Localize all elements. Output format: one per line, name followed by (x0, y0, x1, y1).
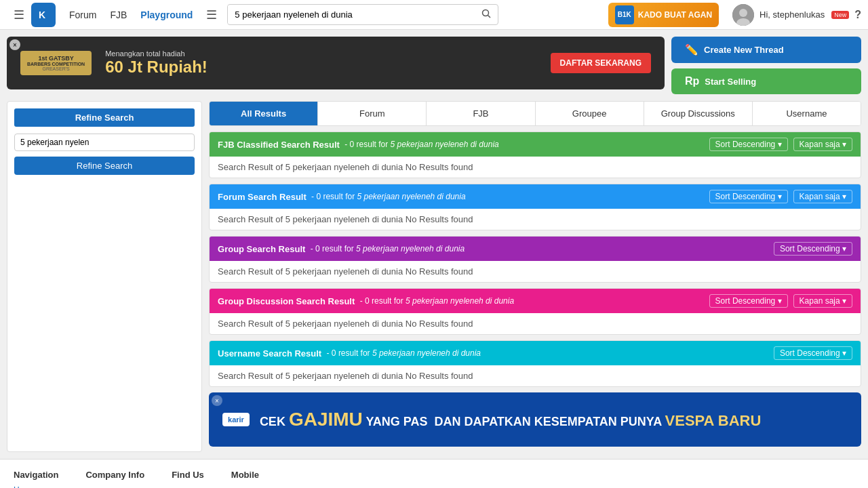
group-discussion-sort-area: Sort Descending ▾ Kapan saja ▾ (709, 294, 852, 308)
fjb-sort-dropdown[interactable]: Sort Descending ▾ (709, 138, 788, 151)
fjb-result-count: - 0 result for (342, 140, 391, 149)
karir-logo: karir (222, 413, 250, 426)
karir-ad-content: karir CEK GAJIMU YANG PAS DAN DAPATKAN K… (222, 409, 848, 430)
page-footer: Navigation Home Forum Jual B Company Inf… (0, 459, 868, 488)
fjb-result-body: Search Result of 5 pekerjaan nyeleneh di… (210, 157, 861, 178)
user-area: Hi, stephenlukas New ? (732, 4, 861, 26)
nav-more-button[interactable]: ☰ (206, 7, 217, 22)
banner-area: × 1st GATSBY BARBERS COMPETITION GREASER… (0, 30, 868, 98)
svg-text:K: K (39, 9, 45, 20)
username-result-body: Search Result of 5 pekerjaan nyeleneh di… (210, 365, 861, 386)
forum-sort-area: Sort Descending ▾ Kapan saja ▾ (709, 190, 852, 203)
fjb-result-header: FJB Classified Search Result - 0 result … (210, 132, 861, 157)
gatsby-sub: BARBERS COMPETITION (27, 62, 85, 66)
forum-sort-dropdown[interactable]: Sort Descending ▾ (709, 190, 788, 203)
search-tabs: All Results Forum FJB Groupee Group Disc… (209, 101, 861, 126)
svg-line-3 (488, 16, 491, 18)
kado-promo-banner[interactable]: B1K KADO BUAT AGAN (608, 3, 719, 27)
refine-search-button[interactable]: Refine Search (14, 157, 195, 175)
fjb-sort-area: Sort Descending ▾ Kapan saja ▾ (709, 138, 852, 151)
group-result-count: - 0 result for (308, 244, 356, 253)
banner-close-button[interactable]: × (9, 39, 20, 50)
tab-forum[interactable]: Forum (318, 102, 427, 125)
group-discussion-sort-dropdown[interactable]: Sort Descending ▾ (709, 294, 788, 308)
prize-text: 60 Jt Rupiah! (105, 58, 208, 77)
group-sort-dropdown[interactable]: Sort Descending ▾ (774, 242, 852, 256)
group-discussion-result-title: Group Discussion Search Result (218, 296, 355, 306)
tab-group-discussions[interactable]: Group Discussions (644, 102, 753, 125)
rupiah-icon: Rp (685, 75, 699, 87)
group-result-header: Group Search Result - 0 result for 5 pek… (210, 237, 861, 261)
nav-fjb[interactable]: FJB (110, 9, 127, 20)
fjb-result-section: FJB Classified Search Result - 0 result … (209, 131, 861, 178)
username-result-section: Username Search Result - 0 result for 5 … (209, 340, 861, 387)
create-thread-button[interactable]: ✏️ Create New Thread (671, 37, 861, 63)
footer-findus: Find Us (172, 470, 204, 488)
banner-cta-button[interactable]: DAFTAR SEKARANG (551, 53, 651, 73)
footer-company-title: Company Info (85, 470, 144, 480)
forum-result-query: 5 pekerjaan nyeleneh di dunia (357, 192, 465, 201)
forum-time-dropdown[interactable]: Kapan saja ▾ (793, 190, 852, 203)
nav-playground[interactable]: Playground (140, 9, 193, 20)
refine-search-input[interactable] (14, 134, 195, 151)
group-discussion-result-query: 5 pekerjaan nyeleneh di dunia (406, 296, 514, 306)
fjb-time-dropdown[interactable]: Kapan saja ▾ (793, 138, 852, 151)
footer-mobile: Mobile (231, 470, 259, 488)
start-selling-button[interactable]: Rp Start Selling (671, 68, 861, 94)
username-result-header: Username Search Result - 0 result for 5 … (210, 341, 861, 365)
group-result-body: Search Result of 5 pekerjaan nyeleneh di… (210, 261, 861, 282)
hamburger-menu[interactable]: ☰ (14, 7, 24, 22)
search-results-area: Refine Search Refine Search All Results … (0, 101, 868, 452)
svg-point-2 (483, 10, 489, 16)
tab-fjb[interactable]: FJB (427, 102, 535, 125)
edit-icon: ✏️ (685, 43, 698, 56)
user-greeting: Hi, stephenlukas (760, 9, 825, 20)
results-panel: All Results Forum FJB Groupee Group Disc… (209, 101, 861, 452)
help-button[interactable]: ? (854, 9, 861, 21)
group-sort-area: Sort Descending ▾ (774, 242, 852, 256)
username-sort-dropdown[interactable]: Sort Descending ▾ (774, 346, 852, 360)
svg-point-5 (739, 9, 747, 17)
group-discussion-result-body: Search Result of 5 pekerjaan nyeleneh di… (210, 313, 861, 334)
gatsby-sub2: GREASER'S (27, 66, 85, 71)
new-badge: New (831, 11, 849, 19)
group-discussion-result-header: Group Discussion Search Result - 0 resul… (210, 289, 861, 313)
search-button[interactable] (475, 5, 498, 24)
footer-company: Company Info (85, 470, 144, 488)
banner-content: 1st GATSBY BARBERS COMPETITION GREASER'S… (20, 49, 651, 77)
gatsby-label: 1st GATSBY (27, 55, 85, 62)
tab-all-results[interactable]: All Results (210, 102, 318, 125)
avatar (732, 4, 754, 26)
logo-icon: K (31, 3, 56, 27)
forum-result-body: Search Result of 5 pekerjaan nyeleneh di… (210, 209, 861, 230)
refine-panel: Refine Search Refine Search (7, 101, 202, 452)
group-discussion-time-dropdown[interactable]: Kapan saja ▾ (793, 294, 852, 308)
footer-nav-title: Navigation (14, 470, 58, 480)
top-navigation: ☰ K Forum FJB Playground ☰ B1K KADO BUAT… (0, 0, 868, 30)
forum-result-count: - 0 result for (309, 192, 357, 201)
tab-username[interactable]: Username (753, 102, 861, 125)
group-result-query: 5 pekerjaan nyeleneh di dunia (356, 244, 465, 253)
refine-panel-title: Refine Search (14, 108, 195, 127)
banner-text: Menangkan total hadiah 60 Jt Rupiah! (105, 49, 208, 77)
forum-result-title: Forum Search Result (218, 192, 307, 202)
karir-ad-text: CEK GAJIMU YANG PAS DAN DAPATKAN KESEMPA… (260, 409, 761, 430)
main-nav: Forum FJB Playground (69, 9, 193, 20)
username-result-title: Username Search Result (218, 348, 321, 359)
main-banner: × 1st GATSBY BARBERS COMPETITION GREASER… (7, 37, 665, 89)
footer-link-home[interactable]: Home (14, 485, 58, 488)
tab-groupee[interactable]: Groupee (536, 102, 644, 125)
kado-label: KADO BUAT AGAN (638, 10, 712, 20)
username-sort-area: Sort Descending ▾ (774, 346, 852, 360)
karir-ad-close-button[interactable]: × (212, 395, 222, 406)
search-bar (227, 4, 498, 25)
karir-ad-banner: × karir CEK GAJIMU YANG PAS DAN DAPATKAN… (209, 392, 861, 447)
nav-forum[interactable]: Forum (69, 9, 96, 20)
username-result-query: 5 pekerjaan nyeleneh di dunia (372, 348, 481, 358)
footer-navigation: Navigation Home Forum Jual B (14, 470, 58, 488)
search-input[interactable] (228, 5, 475, 24)
fjb-result-title: FJB Classified Search Result (218, 140, 340, 150)
logo-link[interactable]: K (31, 3, 56, 27)
username-result-count: - 0 result for (324, 348, 372, 358)
action-buttons: ✏️ Create New Thread Rp Start Selling (671, 37, 861, 94)
